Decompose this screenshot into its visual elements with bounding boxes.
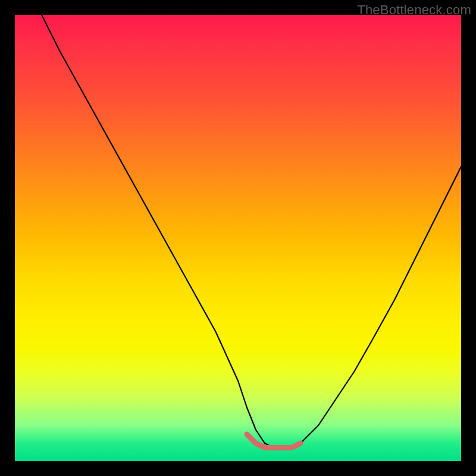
- optimal-segment-path: [247, 434, 300, 448]
- plot-area: [15, 15, 461, 461]
- bottleneck-curve-path: [42, 15, 461, 448]
- chart-container: TheBottleneck.com: [0, 0, 476, 476]
- curve-svg: [15, 15, 461, 461]
